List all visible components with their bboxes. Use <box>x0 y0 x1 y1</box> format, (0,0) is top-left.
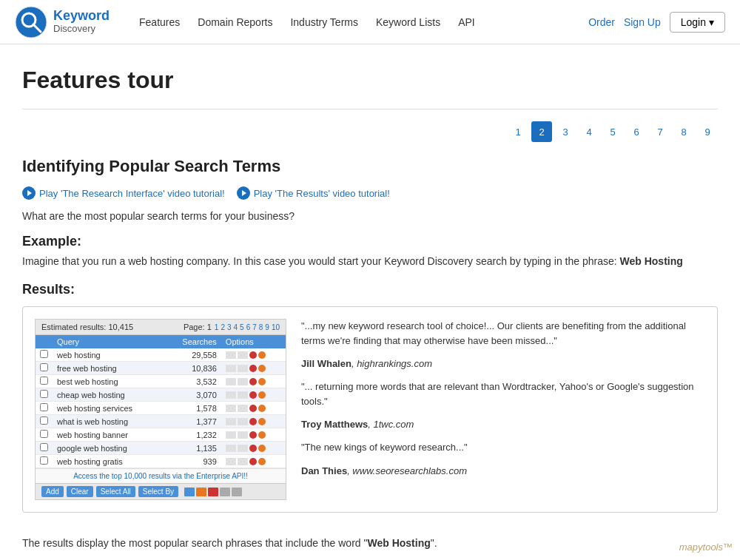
ss-pg-6[interactable]: 6 <box>246 323 251 331</box>
ss-pg-9[interactable]: 9 <box>265 323 269 331</box>
ss-pg-5[interactable]: 5 <box>240 323 244 331</box>
ss-api-link[interactable]: Access the top 10,000 results via the En… <box>36 468 286 483</box>
row-query: free web hosting <box>53 362 164 375</box>
opt-icon-2[interactable] <box>238 378 248 385</box>
bottom-keyword: Web Hosting <box>367 537 430 549</box>
opt-icon-red[interactable] <box>249 391 257 399</box>
page-8[interactable]: 8 <box>673 121 694 142</box>
options-icons <box>226 418 281 425</box>
page-6[interactable]: 6 <box>626 121 647 142</box>
opt-icon-red[interactable] <box>249 431 257 439</box>
ss-add-button[interactable]: Add <box>41 486 64 497</box>
row-checkbox[interactable] <box>40 443 48 451</box>
table-row: free web hosting 10,836 <box>36 362 286 375</box>
row-checkbox-cell <box>36 415 53 428</box>
row-query: cheap web hosting <box>53 388 164 402</box>
page-7[interactable]: 7 <box>650 121 670 142</box>
opt-icon-orange[interactable] <box>258 365 266 372</box>
ss-select-all-button[interactable]: Select All <box>96 486 135 497</box>
opt-icon-orange[interactable] <box>258 391 266 399</box>
opt-icon-2[interactable] <box>238 458 248 465</box>
page-1[interactable]: 1 <box>508 121 528 142</box>
nav-features[interactable]: Features <box>132 12 187 33</box>
row-checkbox[interactable] <box>40 390 48 398</box>
row-checkbox[interactable] <box>40 377 48 385</box>
opt-icon-1[interactable] <box>226 458 236 465</box>
page-5[interactable]: 5 <box>602 121 623 142</box>
opt-icon-orange[interactable] <box>258 418 266 425</box>
row-checkbox[interactable] <box>40 456 48 465</box>
video-link-results[interactable]: Play 'The Results' video tutorial! <box>237 186 390 200</box>
order-link[interactable]: Order <box>588 16 615 28</box>
testimonial-2-quote: "... returning more words that are relev… <box>301 379 705 408</box>
row-checkbox-cell <box>36 402 53 415</box>
row-searches: 1,232 <box>164 428 221 442</box>
logo[interactable]: Keyword Discovery <box>15 6 110 38</box>
opt-icon-orange[interactable] <box>258 431 266 439</box>
opt-icon-2[interactable] <box>238 418 248 425</box>
opt-icon-orange[interactable] <box>258 405 266 412</box>
page-9[interactable]: 9 <box>697 121 718 142</box>
ss-pg-7[interactable]: 7 <box>252 323 257 331</box>
opt-icon-1[interactable] <box>226 445 236 452</box>
example-text-content: Imagine that you run a web hosting compa… <box>22 255 617 267</box>
row-checkbox[interactable] <box>40 403 48 411</box>
opt-icon-red[interactable] <box>249 351 257 359</box>
row-options <box>221 455 286 468</box>
testimonial-2-attr-strong: Troy Matthews <box>301 419 368 430</box>
ss-clear-button[interactable]: Clear <box>67 486 93 497</box>
opt-icon-red[interactable] <box>249 418 257 425</box>
row-searches: 3,532 <box>164 375 221 388</box>
opt-icon-red[interactable] <box>249 405 257 412</box>
opt-icon-red[interactable] <box>249 378 257 385</box>
opt-icon-red[interactable] <box>249 458 257 465</box>
opt-icon-orange[interactable] <box>258 351 266 359</box>
page-3[interactable]: 3 <box>555 121 576 142</box>
opt-icon-red[interactable] <box>249 365 257 372</box>
nav-keyword-lists[interactable]: Keyword Lists <box>369 12 448 33</box>
table-row: cheap web hosting 3,070 <box>36 388 286 402</box>
row-checkbox[interactable] <box>40 363 48 371</box>
opt-icon-2[interactable] <box>238 391 248 399</box>
opt-icon-2[interactable] <box>238 351 248 359</box>
col-query: Query <box>53 335 164 348</box>
signup-link[interactable]: Sign Up <box>624 16 661 28</box>
ss-select-by-button[interactable]: Select By <box>138 486 178 497</box>
opt-icon-2[interactable] <box>238 365 248 372</box>
opt-icon-1[interactable] <box>226 351 236 359</box>
nav-domain-reports[interactable]: Domain Reports <box>190 12 280 33</box>
opt-icon-1[interactable] <box>226 405 236 412</box>
page-2[interactable]: 2 <box>531 121 552 142</box>
row-checkbox[interactable] <box>40 350 48 358</box>
opt-icon-1[interactable] <box>226 418 236 425</box>
video-link-research[interactable]: Play 'The Research Interface' video tuto… <box>22 186 225 200</box>
opt-icon-2[interactable] <box>238 431 248 439</box>
opt-icon-2[interactable] <box>238 445 248 452</box>
row-checkbox[interactable] <box>40 416 48 425</box>
opt-icon-1[interactable] <box>226 365 236 372</box>
opt-icon-red[interactable] <box>249 445 257 452</box>
opt-icon-orange[interactable] <box>258 458 266 465</box>
nav-industry-terms[interactable]: Industry Terms <box>283 12 366 33</box>
row-options <box>221 348 286 362</box>
screenshot-panel: Estimated results: 10,415 Page: 1 1 2 3 … <box>35 319 286 500</box>
row-checkbox[interactable] <box>40 430 48 438</box>
opt-icon-1[interactable] <box>226 378 236 385</box>
row-searches: 1,377 <box>164 415 221 428</box>
ss-pg-10[interactable]: 10 <box>272 323 280 331</box>
ss-pg-1[interactable]: 1 <box>215 323 219 331</box>
opt-icon-orange[interactable] <box>258 378 266 385</box>
ss-pg-2[interactable]: 2 <box>221 323 225 331</box>
opt-icon-1[interactable] <box>226 391 236 399</box>
opt-icon-1[interactable] <box>226 431 236 439</box>
nav-api[interactable]: API <box>451 12 482 33</box>
login-button[interactable]: Login ▾ <box>670 12 725 33</box>
ss-pg-3[interactable]: 3 <box>227 323 232 331</box>
ss-footer-icon-2 <box>196 488 206 496</box>
page-4[interactable]: 4 <box>579 121 599 142</box>
opt-icon-orange[interactable] <box>258 445 266 452</box>
ss-pg-8[interactable]: 8 <box>259 323 263 331</box>
ss-page-label: Page: 1 <box>184 323 212 331</box>
opt-icon-2[interactable] <box>238 405 248 412</box>
ss-pg-4[interactable]: 4 <box>234 323 238 331</box>
